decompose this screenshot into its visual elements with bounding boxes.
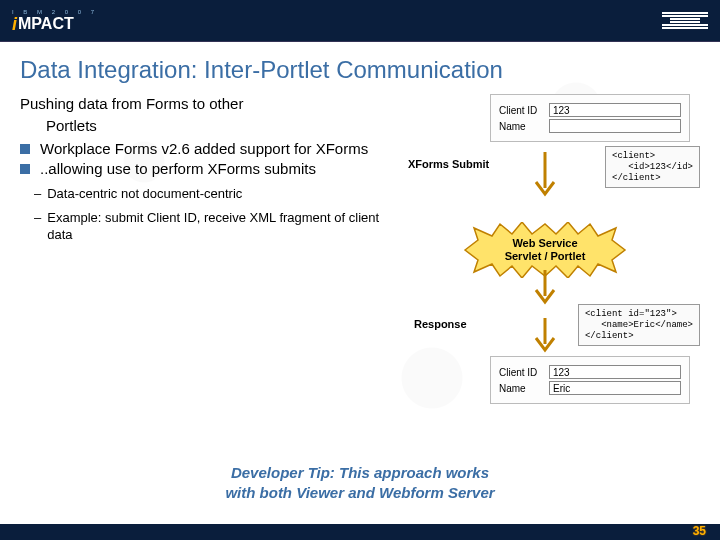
slide-title: Data Integration: Inter-Portlet Communic… bbox=[0, 42, 720, 94]
response-label: Response bbox=[414, 318, 467, 330]
bullet-2: ..allowing use to perform XForms submits bbox=[20, 159, 380, 179]
arrow-down-icon bbox=[532, 268, 558, 308]
starburst-line1: Web Service bbox=[512, 237, 577, 250]
bullet-1: Workplace Forms v2.6 added support for X… bbox=[20, 139, 380, 159]
xml-request-box: <client> <id>123</id> </client> bbox=[605, 146, 700, 188]
sub-bullet-1: – Data-centric not document-centric bbox=[20, 185, 380, 203]
name-input[interactable]: Eric bbox=[549, 381, 681, 395]
slide-content: Pushing data from Forms to other Portlet… bbox=[0, 94, 720, 244]
body-text: Pushing data from Forms to other Portlet… bbox=[20, 94, 390, 244]
xforms-submit-label: XForms Submit bbox=[408, 158, 489, 170]
diagram: Client ID 123 Name XForms Submit <client… bbox=[390, 94, 700, 244]
impact-logo: I B M 2 0 0 7 iIMPACTMPACT bbox=[12, 9, 98, 33]
client-id-input[interactable]: 123 bbox=[549, 365, 681, 379]
xml-response-box: <client id="123"> <name>Eric</name> </cl… bbox=[578, 304, 700, 346]
client-id-label: Client ID bbox=[499, 105, 541, 116]
name-input[interactable] bbox=[549, 119, 681, 133]
field-client-id: Client ID 123 bbox=[499, 103, 681, 117]
square-bullet-icon bbox=[20, 164, 30, 174]
client-id-label: Client ID bbox=[499, 367, 541, 378]
bullet-2-text: ..allowing use to perform XForms submits bbox=[40, 159, 380, 179]
lead-line: Pushing data from Forms to other bbox=[20, 94, 380, 114]
name-label: Name bbox=[499, 383, 541, 394]
event-name: iIMPACTMPACT bbox=[12, 15, 98, 33]
page-number: 35 bbox=[693, 524, 706, 538]
dash-icon: – bbox=[34, 185, 41, 203]
slide-footer bbox=[0, 524, 720, 540]
name-label: Name bbox=[499, 121, 541, 132]
client-id-input[interactable]: 123 bbox=[549, 103, 681, 117]
field-client-id: Client ID 123 bbox=[499, 365, 681, 379]
bullet-1-text: Workplace Forms v2.6 added support for X… bbox=[40, 139, 380, 159]
dash-icon: – bbox=[34, 209, 41, 244]
field-name: Name Eric bbox=[499, 381, 681, 395]
devtip-line1: Developer Tip: This approach works bbox=[0, 463, 720, 483]
square-bullet-icon bbox=[20, 144, 30, 154]
sub-bullet-2-text: Example: submit Client ID, receive XML f… bbox=[47, 209, 380, 244]
devtip-line2: with both Viewer and Webform Server bbox=[0, 483, 720, 503]
lead-cont: Portlets bbox=[20, 116, 380, 136]
form-portlet-top: Client ID 123 Name bbox=[490, 94, 690, 142]
developer-tip: Developer Tip: This approach works with … bbox=[0, 463, 720, 502]
field-name: Name bbox=[499, 119, 681, 133]
sub-bullet-1-text: Data-centric not document-centric bbox=[47, 185, 242, 203]
sub-bullet-2: – Example: submit Client ID, receive XML… bbox=[20, 209, 380, 244]
starburst-line2: Servlet / Portlet bbox=[505, 250, 586, 263]
arrow-down-icon bbox=[532, 316, 558, 356]
form-portlet-bottom: Client ID 123 Name Eric bbox=[490, 356, 690, 404]
slide-header: I B M 2 0 0 7 iIMPACTMPACT bbox=[0, 0, 720, 42]
ibm-logo bbox=[662, 12, 708, 29]
arrow-down-icon bbox=[532, 150, 558, 200]
